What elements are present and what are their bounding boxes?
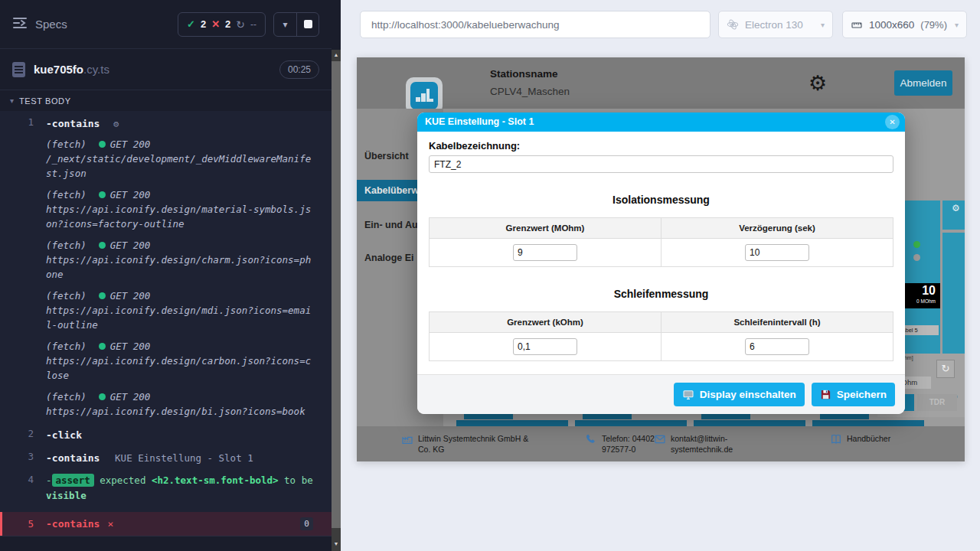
tdr-button[interactable]: TDR — [917, 394, 957, 411]
manuals-link[interactable]: Handbücher — [847, 433, 890, 445]
chevron-down-icon: ▾ — [283, 19, 287, 30]
fetch-prefix: (fetch) — [46, 137, 87, 152]
company-name: Littwin Systemtechnik GmbH & Co. KG — [418, 433, 535, 455]
app-header: LITTWIN Stationsname CPLV4_Maschen ⚙ Abm… — [357, 57, 965, 109]
app-footer: Littwin Systemtechnik GmbH & Co. KG Tele… — [357, 426, 965, 461]
url-input[interactable] — [360, 11, 710, 38]
fetch-log[interactable]: (fetch)GET 200 /_next/static/development… — [46, 137, 315, 181]
viewport-zoom: (79%) — [920, 19, 947, 31]
loop-interval-header: Schleifenintervall (h) — [662, 312, 893, 333]
status-led-green — [913, 241, 920, 248]
collapse-button[interactable]: ▾ — [274, 13, 296, 36]
scroll-up-icon[interactable]: ▲ — [332, 50, 341, 60]
fetch-status: GET 200 — [110, 289, 151, 303]
fetch-prefix: (fetch) — [46, 390, 87, 404]
runner-header: Specs ✓ 2 ✕ 2 ↻ -- ▾ — [0, 0, 332, 49]
loop-limit-input[interactable] — [513, 338, 577, 355]
monitor-icon — [682, 389, 694, 401]
cable-name-input[interactable] — [429, 155, 893, 173]
refresh-icon[interactable]: ↻ — [936, 360, 955, 378]
command-name: -contains — [46, 452, 100, 464]
iso-limit-input[interactable] — [513, 244, 577, 261]
viewport-size: 1000x660 — [869, 19, 914, 31]
assert-dash: - — [46, 474, 52, 486]
specs-menu-icon[interactable] — [12, 16, 28, 33]
retry-count-badge: 0 — [300, 517, 313, 530]
status-dot — [99, 292, 106, 299]
fetch-status: GET 200 — [110, 390, 151, 404]
assert-text: to be — [284, 474, 313, 486]
failed-command-row[interactable]: 5 -contains × 0 — [0, 512, 332, 536]
test-body-toggle[interactable]: ▾ TEST BODY — [0, 90, 332, 111]
fetch-log[interactable]: (fetch)GET 200 https://api.iconify.desig… — [46, 390, 315, 419]
command-number: 3 — [0, 450, 46, 465]
command-name: -contains — [46, 518, 100, 530]
spec-row[interactable]: kue705fo .cy.ts 00:25 — [0, 49, 332, 90]
save-button[interactable]: Speichern — [812, 383, 895, 406]
stop-icon — [304, 20, 312, 28]
isolation-section-title: Isolationsmessung — [429, 194, 893, 206]
fetch-status: GET 200 — [110, 137, 151, 152]
run-stats[interactable]: ✓ 2 ✕ 2 ↻ -- — [178, 12, 266, 37]
card-gear-icon[interactable]: ⚙ — [952, 203, 960, 214]
close-icon[interactable]: ✕ — [885, 115, 900, 129]
command-number: 2 — [0, 427, 46, 442]
iso-limit-header: Grenzwert (MOhm) — [430, 218, 662, 239]
fetch-log[interactable]: (fetch)GET 200 https://api.iconify.desig… — [46, 289, 315, 332]
chevron-down-icon: ▾ — [955, 21, 959, 29]
command-arg: × — [107, 518, 113, 530]
assert-element: <h2.text-sm.font-bold> — [152, 474, 279, 486]
command-number: 5 — [2, 518, 46, 530]
status-led-gray — [913, 254, 920, 261]
status-dot — [99, 141, 106, 148]
fetch-log[interactable]: (fetch)GET 200 https://api.iconify.desig… — [46, 238, 315, 282]
spec-name: kue705fo — [34, 63, 83, 76]
status-dot — [99, 343, 106, 350]
browser-stage: Electron 130 ▾ 1000x660 (79%) ▾ LITTWIN … — [341, 0, 980, 551]
logout-button[interactable]: Abmelden — [894, 70, 952, 96]
factory-icon — [401, 433, 413, 445]
fetch-url: https://api.iconify.design/mdi.json?icon… — [46, 303, 315, 332]
command-name: -click — [46, 429, 82, 441]
command-log: 1 -contains ⚙ (fetch)GET 200 /_next/stat… — [0, 111, 332, 536]
email-icon — [654, 433, 666, 445]
ruler-icon — [851, 18, 863, 31]
fetch-log[interactable]: (fetch)GET 200 https://api.iconify.desig… — [46, 187, 315, 231]
display-on-button[interactable]: Display einschalten — [674, 383, 805, 406]
spec-extension: .cy.ts — [83, 63, 109, 76]
viewport-select[interactable]: 1000x660 (79%) ▾ — [842, 11, 967, 38]
passed-count: 2 — [201, 18, 206, 30]
chevron-down-icon: ▾ — [821, 21, 825, 29]
save-label: Speichern — [837, 389, 887, 400]
failed-icon: ✕ — [211, 18, 220, 30]
runner-actions: ▾ — [273, 12, 319, 37]
stop-button[interactable] — [296, 13, 318, 36]
status-dot — [99, 191, 106, 198]
modal-header: KUE Einstellung - Slot 1 ✕ — [417, 112, 905, 132]
gear-icon: ⚙ — [113, 119, 119, 129]
failed-count: 2 — [225, 18, 230, 30]
contact-email[interactable]: kontakt@littwin-systemtechnik.de — [671, 433, 760, 455]
browser-select[interactable]: Electron 130 ▾ — [718, 11, 833, 38]
runner-scrollbar[interactable]: ▲ ▼ — [332, 50, 341, 551]
iso-delay-input[interactable] — [745, 244, 809, 261]
spec-file-icon — [12, 62, 25, 77]
scrollbar-thumb[interactable] — [332, 61, 341, 528]
command-row[interactable]: 4 -assert expected <h2.text-sm.font-bold… — [0, 473, 332, 504]
fetch-prefix: (fetch) — [46, 187, 87, 202]
assert-badge: assert — [52, 474, 94, 487]
electron-icon — [727, 18, 739, 31]
command-row[interactable]: 2 -click — [0, 427, 332, 442]
assert-expected-state: visible — [46, 490, 87, 501]
fetch-log[interactable]: (fetch)GET 200 https://api.iconify.desig… — [46, 339, 315, 383]
fetch-prefix: (fetch) — [46, 289, 87, 303]
iso-delay-header: Verzögerung (sek) — [662, 218, 893, 239]
pending-count: -- — [250, 19, 256, 30]
test-runner-panel: Specs ✓ 2 ✕ 2 ↻ -- ▾ kue705fo .cy.ts — [0, 0, 341, 551]
command-row[interactable]: 3 -contains KUE Einstellung - Slot 1 — [0, 450, 332, 465]
scroll-down-icon[interactable]: ▼ — [332, 539, 341, 549]
fetch-url: https://api.iconify.design/material-symb… — [46, 202, 315, 231]
settings-gear-icon[interactable]: ⚙ — [808, 71, 827, 96]
loop-interval-input[interactable] — [745, 338, 809, 355]
command-row[interactable]: 1 -contains ⚙ (fetch)GET 200 /_next/stat… — [0, 116, 332, 419]
